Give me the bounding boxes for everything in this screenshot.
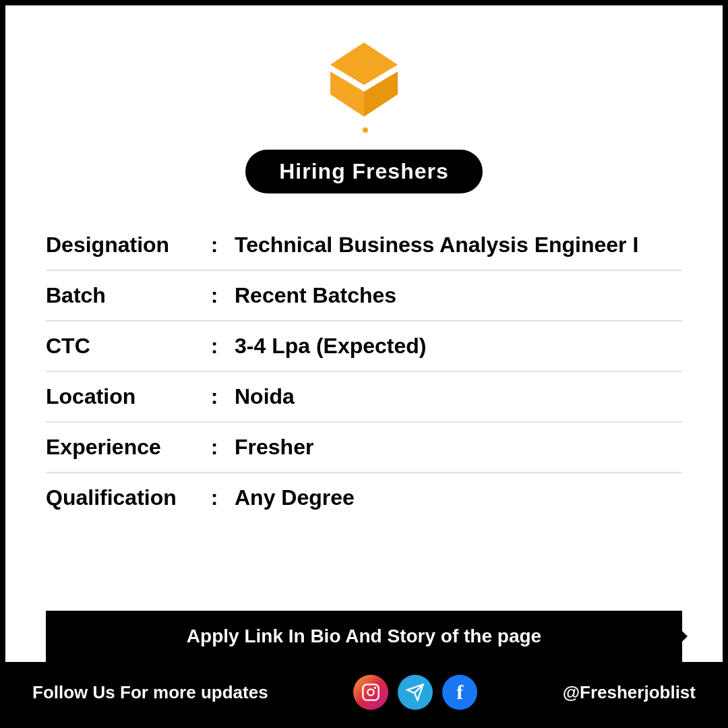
footer: Follow Us For more updates f @Fresherjob… (5, 662, 723, 723)
label-designation: Designation (46, 233, 194, 257)
label-ctc: CTC (46, 334, 194, 359)
detail-row-experience: Experience : Fresher (46, 423, 682, 472)
colon-experience: : (194, 435, 235, 460)
value-ctc: 3-4 Lpa (Expected) (235, 334, 682, 359)
svg-point-6 (374, 687, 377, 690)
detail-row-ctc: CTC : 3-4 Lpa (Expected) (46, 322, 682, 371)
follow-text: Follow Us For more updates (32, 682, 268, 703)
svg-rect-4 (363, 684, 378, 700)
value-experience: Fresher (235, 435, 682, 460)
label-batch: Batch (46, 283, 194, 308)
value-qualification: Any Degree (235, 485, 682, 510)
detail-row-batch: Batch : Recent Batches (46, 271, 682, 320)
value-designation: Technical Business Analysis Engineer I (235, 233, 682, 257)
label-experience: Experience (46, 435, 194, 460)
detail-row-designation: Designation : Technical Business Analysi… (46, 220, 682, 270)
job-details: Designation : Technical Business Analysi… (46, 220, 682, 522)
instagram-icon[interactable] (353, 675, 388, 710)
svg-point-3 (363, 127, 368, 133)
colon-ctc: : (194, 334, 235, 359)
page-container: Hiring Freshers Designation : Technical … (0, 0, 728, 728)
label-qualification: Qualification (46, 485, 194, 510)
detail-row-qualification: Qualification : Any Degree (46, 473, 682, 522)
company-logo (310, 39, 418, 133)
handle-text: @Fresherjoblist (563, 682, 696, 703)
colon-location: : (194, 384, 235, 409)
hiring-badge: Hiring Freshers (245, 150, 483, 193)
svg-point-5 (367, 689, 373, 695)
colon-designation: : (194, 233, 235, 257)
logo-container (310, 39, 418, 136)
value-location: Noida (235, 384, 682, 409)
main-content: Hiring Freshers Designation : Technical … (5, 5, 723, 662)
value-batch: Recent Batches (235, 283, 682, 308)
social-icons: f (353, 675, 477, 710)
colon-qualification: : (194, 485, 235, 510)
colon-batch: : (194, 283, 235, 308)
telegram-icon[interactable] (398, 675, 433, 710)
detail-row-location: Location : Noida (46, 372, 682, 421)
apply-banner[interactable]: Apply Link In Bio And Story of the page (46, 611, 682, 662)
label-location: Location (46, 384, 194, 409)
facebook-icon[interactable]: f (442, 675, 477, 710)
